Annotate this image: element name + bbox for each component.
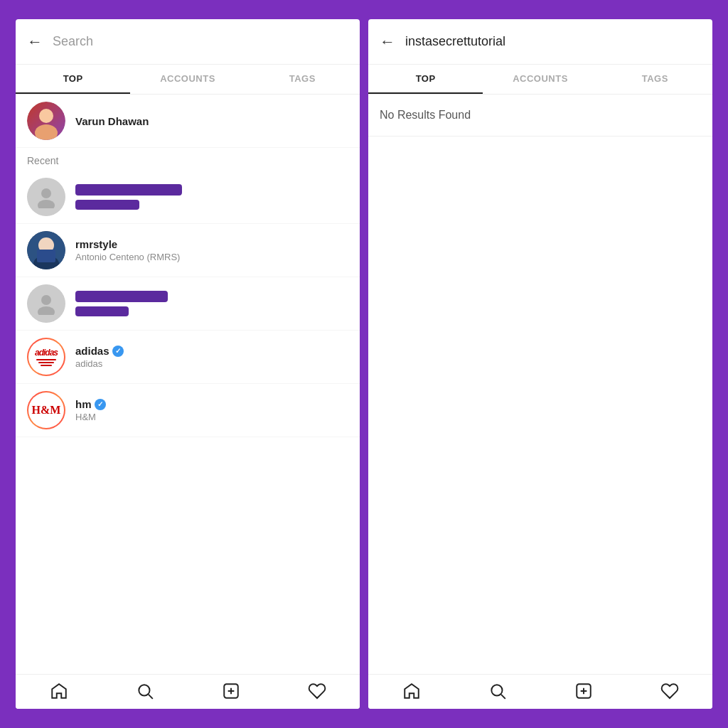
add-icon	[574, 682, 593, 700]
heart-icon	[660, 682, 679, 700]
right-content: No Results Found	[368, 95, 712, 674]
item-username: Varun Dhawan	[75, 115, 149, 127]
verified-badge: ✓	[112, 346, 124, 357]
right-search-input[interactable]	[405, 34, 690, 49]
svg-point-16	[491, 685, 502, 695]
svg-point-3	[38, 200, 55, 208]
right-tab-top[interactable]: TOP	[368, 65, 483, 94]
svg-point-10	[38, 306, 55, 315]
right-tab-tags[interactable]: TAGS	[598, 65, 712, 94]
item-fullname: H&M	[75, 412, 106, 422]
left-header: ← Search	[16, 19, 360, 65]
item-text	[75, 289, 168, 318]
list-item[interactable]	[16, 277, 360, 331]
placeholder-avatar	[27, 284, 65, 323]
item-username: rmrstyle	[75, 238, 180, 250]
right-tabs: TOP ACCOUNTS TAGS	[368, 65, 712, 95]
item-text	[75, 183, 182, 211]
list-item[interactable]: H&M hm ✓ H&M	[16, 384, 360, 437]
rmrs-avatar	[27, 231, 65, 269]
svg-rect-8	[37, 250, 55, 262]
redacted-name-4	[75, 306, 129, 316]
home-icon	[402, 682, 421, 700]
adidas-text: adidas	[35, 348, 58, 358]
svg-point-0	[39, 109, 53, 123]
nav-search[interactable]	[454, 682, 540, 700]
nav-search[interactable]	[102, 682, 188, 700]
adidas-bars	[36, 359, 56, 366]
item-text: Varun Dhawan	[75, 115, 149, 127]
app-container: ← Search TOP ACCOUNTS TAGS	[9, 12, 719, 716]
left-phone-panel: ← Search TOP ACCOUNTS TAGS	[16, 19, 360, 709]
right-back-button[interactable]: ←	[380, 33, 395, 51]
redacted-name-1	[75, 184, 182, 196]
avatar	[27, 231, 65, 269]
left-bottom-nav	[16, 674, 360, 709]
placeholder-avatar	[27, 178, 65, 216]
hm-logo: H&M	[32, 404, 61, 417]
left-search-title: Search	[53, 34, 348, 49]
search-icon	[136, 682, 154, 700]
username-text: hm	[75, 398, 92, 410]
avatar: H&M	[27, 391, 65, 429]
svg-line-12	[148, 695, 152, 699]
item-fullname: Antonio Centeno (RMRS)	[75, 252, 180, 262]
left-content: Varun Dhawan Recent	[16, 95, 360, 674]
nav-likes[interactable]	[274, 682, 360, 700]
nav-likes[interactable]	[626, 682, 712, 700]
list-item[interactable]: adidas adidas ✓ adidas	[16, 331, 360, 384]
right-header: ←	[368, 19, 712, 65]
nav-add[interactable]	[188, 682, 274, 700]
list-item[interactable]: Varun Dhawan	[16, 95, 360, 148]
item-text: hm ✓ H&M	[75, 398, 106, 422]
svg-point-9	[41, 295, 51, 305]
avatar	[27, 102, 65, 140]
right-bottom-nav	[368, 674, 712, 709]
varun-avatar-circle	[27, 102, 65, 140]
item-fullname: adidas	[75, 358, 124, 369]
add-icon	[222, 682, 240, 700]
avatar: adidas	[27, 338, 65, 376]
heart-icon	[308, 682, 326, 700]
list-item[interactable]	[16, 171, 360, 224]
left-tab-tags[interactable]: TAGS	[245, 65, 360, 94]
nav-home[interactable]	[368, 682, 454, 700]
item-text: rmrstyle Antonio Centeno (RMRS)	[75, 238, 180, 262]
search-icon	[488, 682, 507, 700]
avatar	[27, 178, 65, 216]
nav-home[interactable]	[16, 682, 102, 700]
adidas-logo: adidas	[35, 348, 58, 366]
left-tab-top[interactable]: TOP	[16, 65, 130, 94]
username-text: adidas	[75, 345, 109, 357]
section-label: Recent	[16, 148, 360, 171]
left-back-button[interactable]: ←	[27, 33, 43, 51]
verified-badge: ✓	[95, 399, 106, 410]
avatar	[27, 284, 65, 323]
home-icon	[50, 682, 68, 700]
right-phone-panel: ← TOP ACCOUNTS TAGS No Results Found	[368, 19, 712, 709]
no-results-text: No Results Found	[368, 95, 712, 136]
redacted-name-2	[75, 200, 139, 210]
left-tab-accounts[interactable]: ACCOUNTS	[130, 65, 245, 94]
svg-line-17	[500, 695, 505, 699]
svg-point-1	[35, 124, 58, 140]
item-username: hm ✓	[75, 398, 106, 410]
list-item[interactable]: rmrstyle Antonio Centeno (RMRS)	[16, 224, 360, 277]
left-tabs: TOP ACCOUNTS TAGS	[16, 65, 360, 95]
item-username: adidas ✓	[75, 345, 124, 357]
right-tab-accounts[interactable]: ACCOUNTS	[483, 65, 597, 94]
svg-point-2	[41, 188, 51, 198]
redacted-name-3	[75, 291, 168, 302]
nav-add[interactable]	[540, 682, 626, 700]
item-text: adidas ✓ adidas	[75, 345, 124, 369]
svg-point-11	[139, 685, 149, 695]
